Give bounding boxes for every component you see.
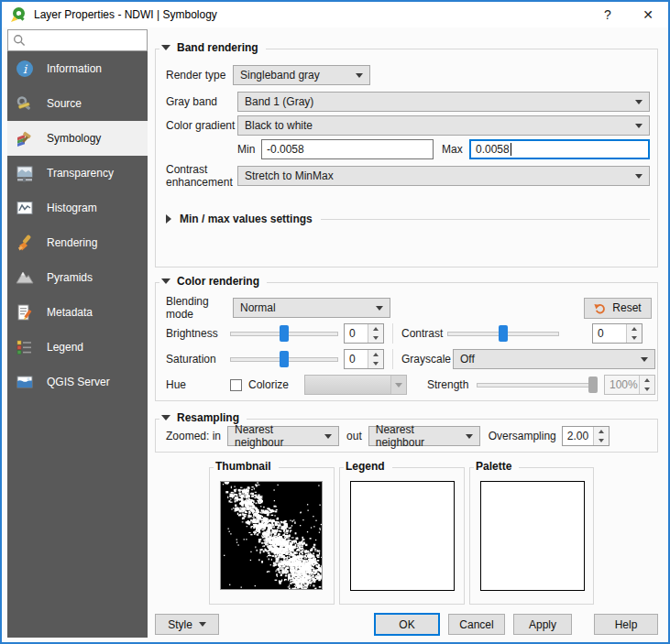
cancel-button[interactable]: Cancel [448, 614, 505, 635]
contrast-slider[interactable] [447, 324, 559, 343]
spin-down-icon[interactable] [373, 362, 379, 366]
saturation-slider[interactable] [230, 350, 338, 368]
divider [321, 219, 650, 220]
style-button[interactable]: Style [155, 614, 219, 635]
sidebar-item-rendering[interactable]: Rendering [7, 225, 148, 260]
brightness-slider[interactable] [230, 324, 338, 343]
reset-button[interactable]: Reset [584, 298, 652, 319]
color-gradient-label: Color gradient [166, 119, 237, 132]
colorize-checkbox[interactable] [230, 379, 242, 391]
sidebar-item-label: Histogram [47, 202, 97, 214]
zoomed-in-dropdown[interactable]: Nearest neighbour [227, 426, 339, 446]
saturation-value: 0 [345, 350, 368, 368]
spin-buttons[interactable] [593, 427, 609, 445]
divider [392, 323, 393, 344]
help-titlebar-button[interactable]: ? [588, 2, 628, 27]
blending-mode-dropdown[interactable]: Normal [233, 298, 390, 318]
strength-label: Strength [427, 378, 477, 391]
title-bar: Layer Properties - NDWI | Symbology ? ✕ [2, 2, 668, 27]
spin-buttons[interactable] [626, 324, 642, 343]
band-rendering-header[interactable]: Band rendering [159, 41, 266, 54]
sidebar-item-source[interactable]: Source [7, 86, 148, 121]
contrast-spinbox[interactable]: 0 [592, 323, 643, 344]
saturation-spinbox[interactable]: 0 [344, 349, 384, 369]
strength-slider-handle [588, 377, 598, 393]
oversampling-label: Oversampling [489, 430, 556, 442]
sidebar-item-label: Pyramids [47, 271, 93, 284]
sidebar-item-label: Rendering [47, 236, 97, 249]
gray-band-dropdown[interactable]: Band 1 (Gray) [237, 92, 650, 112]
sidebar-item-legend[interactable]: Legend [7, 330, 148, 365]
color-gradient-dropdown[interactable]: Black to white [237, 115, 650, 136]
spin-buttons[interactable] [368, 324, 383, 343]
chevron-down-icon [395, 383, 402, 387]
slider-groove [477, 383, 598, 387]
spin-up-icon[interactable] [599, 430, 604, 433]
grayscale-dropdown[interactable]: Off [453, 349, 655, 369]
saturation-slider-handle[interactable] [280, 351, 289, 367]
close-button[interactable]: ✕ [628, 2, 668, 27]
text-caret [511, 143, 511, 156]
contrast-slider-handle[interactable] [499, 325, 508, 342]
ok-button[interactable]: OK [374, 613, 440, 636]
oversampling-spinbox[interactable]: 2.00 [562, 426, 610, 446]
sidebar-item-transparency[interactable]: Transparency [7, 156, 148, 191]
help-button[interactable]: Help [594, 614, 658, 635]
chevron-down-icon [356, 73, 363, 78]
max-value: 0.0058 [476, 143, 510, 156]
sidebar-item-label: Source [47, 97, 82, 110]
spin-up-icon[interactable] [373, 353, 379, 356]
thumbnail-title: Thumbnail [214, 460, 279, 473]
sidebar-item-information[interactable]: i Information [7, 51, 148, 86]
sidebar: i Information Source [7, 51, 148, 638]
brightness-value: 0 [345, 324, 368, 343]
sidebar-item-qgis-server[interactable]: QGIS Server [7, 365, 148, 399]
brightness-spinbox[interactable]: 0 [344, 323, 384, 344]
sidebar-item-histogram[interactable]: Histogram [7, 191, 148, 225]
collapse-triangle-icon [161, 415, 170, 420]
max-input[interactable]: 0.0058 [469, 139, 650, 159]
chevron-down-icon [635, 124, 643, 128]
spin-buttons [639, 376, 654, 394]
contrast-enhancement-dropdown[interactable]: Stretch to MinMax [237, 166, 650, 186]
window-title: Layer Properties - NDWI | Symbology [34, 8, 217, 21]
brightness-slider-handle[interactable] [280, 325, 289, 342]
rendering-icon [16, 233, 36, 253]
sidebar-item-metadata[interactable]: Metadata [7, 295, 148, 330]
minmax-settings-header[interactable]: Min / max values settings [180, 213, 313, 225]
sidebar-item-label: Metadata [47, 306, 93, 319]
histogram-icon [16, 198, 36, 218]
sidebar-item-label: Information [47, 62, 102, 75]
resampling-header[interactable]: Resampling [159, 411, 247, 424]
sidebar-item-symbology[interactable]: Symbology [7, 121, 148, 156]
colorize-color-dropdown [304, 375, 407, 395]
render-type-dropdown[interactable]: Singleband gray [233, 65, 370, 85]
spin-up-icon[interactable] [632, 327, 637, 331]
chevron-down-icon [635, 100, 643, 104]
spin-down-icon[interactable] [599, 439, 604, 442]
chevron-down-icon [376, 306, 383, 311]
sidebar-item-pyramids[interactable]: Pyramids [7, 260, 148, 295]
legend-group: Legend [339, 467, 465, 605]
spin-up-icon[interactable] [373, 327, 379, 331]
search-input[interactable] [7, 29, 148, 51]
brightness-label: Brightness [166, 327, 230, 340]
color-rendering-header[interactable]: Color rendering [159, 275, 267, 288]
spin-buttons[interactable] [368, 350, 383, 368]
palette-preview-box [480, 481, 585, 591]
qgis-server-icon [16, 372, 36, 392]
contrast-value: 0 [593, 324, 626, 343]
gray-band-label: Gray band [166, 95, 237, 108]
apply-button[interactable]: Apply [513, 614, 572, 635]
min-input[interactable]: -0.0058 [261, 139, 434, 159]
spin-down-icon[interactable] [373, 336, 379, 340]
reset-label: Reset [612, 301, 641, 314]
zoomed-out-dropdown[interactable]: Nearest neighbour [368, 426, 480, 446]
spin-down-icon[interactable] [632, 336, 637, 340]
colorize-label: Colorize [248, 378, 289, 391]
color-gradient-value: Black to white [245, 119, 313, 132]
information-icon: i [16, 59, 36, 79]
zoomed-out-label: out [346, 430, 362, 442]
contrast-enhancement-value: Stretch to MinMax [245, 169, 334, 182]
sidebar-item-label: Legend [47, 341, 83, 354]
